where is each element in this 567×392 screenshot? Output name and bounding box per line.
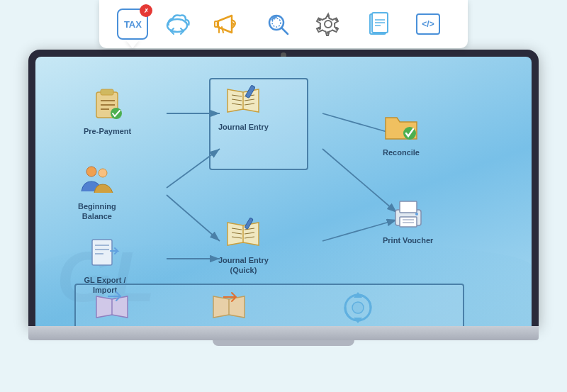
svg-point-6 <box>272 18 281 27</box>
svg-point-44 <box>99 169 107 177</box>
svg-line-3 <box>222 27 223 33</box>
svg-point-71 <box>352 302 364 313</box>
print-voucher-label: Print Voucher <box>383 235 433 245</box>
tax-badge: ✗ <box>140 4 152 17</box>
svg-rect-60 <box>400 217 417 227</box>
svg-point-12 <box>318 27 321 30</box>
svg-line-24 <box>167 195 220 241</box>
megaphone-icon <box>212 9 243 40</box>
toolbar-item-search[interactable] <box>257 6 299 43</box>
journal-entry-label: Journal Entry <box>218 122 269 132</box>
svg-text:</>: </> <box>422 19 434 29</box>
svg-point-43 <box>86 167 96 177</box>
svg-line-5 <box>281 28 288 34</box>
journal-quick-icon <box>225 215 262 252</box>
svg-point-8 <box>327 14 330 17</box>
laptop-screen-wrap: GL <box>28 50 539 326</box>
laptop-base <box>28 326 539 340</box>
node-post-batch[interactable]: Post GL (Batch) <box>84 289 140 326</box>
node-beginning-balance[interactable]: BeginningBalance <box>78 162 116 222</box>
svg-rect-30 <box>101 89 113 95</box>
post-sum-icon <box>210 289 247 326</box>
cloud-sync-icon <box>162 9 193 40</box>
journal-entry-icon <box>225 82 262 119</box>
search-icon <box>262 9 293 40</box>
beginning-balance-icon <box>79 162 116 198</box>
toolbar-item-settings[interactable] <box>307 6 349 43</box>
gear-icon <box>313 9 344 40</box>
svg-point-7 <box>325 21 332 28</box>
node-prepayment[interactable]: Pre-Payment <box>84 86 131 136</box>
beginning-balance-label: BeginningBalance <box>78 201 116 222</box>
code-icon: </> <box>412 9 444 40</box>
node-auto-reverse[interactable]: Auto Reverse <box>333 289 383 326</box>
svg-rect-59 <box>400 201 417 213</box>
reconcile-icon <box>383 108 420 145</box>
svg-point-13 <box>335 27 338 30</box>
svg-point-10 <box>318 18 321 21</box>
toolbar-item-announcements[interactable] <box>206 6 249 43</box>
post-batch-icon <box>94 289 130 326</box>
svg-point-0 <box>167 19 187 32</box>
node-reconcile[interactable]: Reconcile <box>383 108 420 157</box>
toolbar-item-tax[interactable]: TAX ✗ <box>117 9 148 40</box>
auto-reverse-icon <box>339 289 376 326</box>
journal-quick-label: Journal Entry(Quick) <box>218 255 269 276</box>
toolbar-pointer <box>125 40 140 48</box>
node-post-sum[interactable]: Post GL (Sum) <box>202 289 256 326</box>
tax-icon: TAX <box>124 19 142 30</box>
documents-icon <box>363 9 394 40</box>
node-journal-quick[interactable]: Journal Entry(Quick) <box>218 215 269 276</box>
node-gl-export[interactable]: GL Export / Import <box>77 235 133 296</box>
print-voucher-icon <box>390 196 427 233</box>
svg-rect-45 <box>92 240 112 265</box>
svg-point-11 <box>335 18 338 21</box>
prepayment-label: Pre-Payment <box>84 126 131 136</box>
toolbar-item-documents[interactable] <box>357 6 400 43</box>
svg-point-9 <box>327 31 330 34</box>
node-print-voucher[interactable]: Print Voucher <box>383 196 433 245</box>
svg-point-63 <box>415 213 418 215</box>
laptop: GL <box>28 50 539 340</box>
prepayment-icon <box>89 86 126 123</box>
svg-rect-1 <box>215 21 218 27</box>
toolbar-item-developer[interactable]: </> <box>407 6 449 43</box>
toolbar-item-cloud[interactable] <box>156 6 198 43</box>
toolbar: TAX ✗ <box>99 0 468 48</box>
node-journal-entry[interactable]: Journal Entry <box>218 82 269 132</box>
reconcile-label: Reconcile <box>383 147 420 157</box>
laptop-screen: GL <box>35 57 532 326</box>
gl-export-icon <box>86 235 123 272</box>
